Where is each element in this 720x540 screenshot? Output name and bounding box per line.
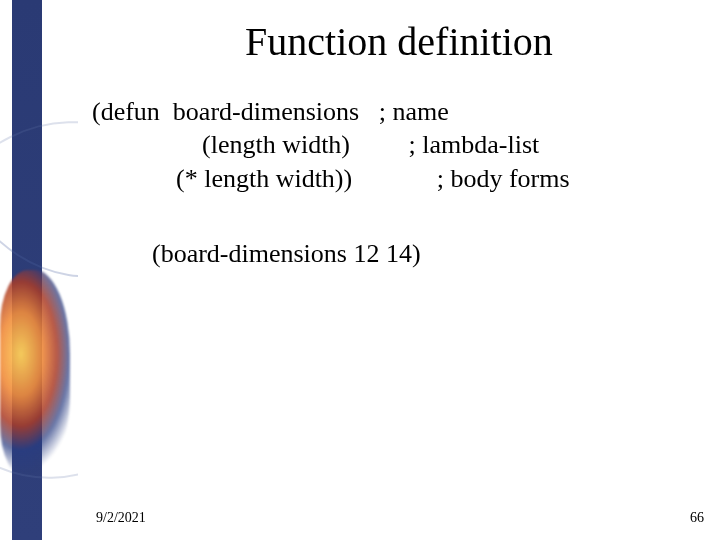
code-line-3-comment: ; body forms — [437, 164, 570, 193]
code-call-line: (board-dimensions 12 14) — [92, 237, 702, 270]
footer-page-number: 66 — [690, 510, 704, 526]
code-line-3: (* length width)) ; body forms — [92, 162, 702, 195]
code-line-3-left: (* length width)) — [92, 164, 352, 193]
slide: Function definition (defun board-dimensi… — [0, 0, 720, 540]
footer-date: 9/2/2021 — [96, 510, 146, 526]
slide-title: Function definition — [78, 18, 720, 65]
code-line-2-comment: ; lambda-list — [409, 130, 540, 159]
color-blob — [0, 270, 70, 480]
code-line-1: (defun board-dimensions ; name — [92, 95, 702, 128]
sidebar-decorative-art — [0, 0, 78, 540]
slide-content: Function definition (defun board-dimensi… — [78, 0, 720, 540]
code-line-2-left: (length width) — [92, 130, 350, 159]
slide-body: (defun board-dimensions ; name (length w… — [92, 95, 702, 270]
code-line-2: (length width) ; lambda-list — [92, 128, 702, 161]
